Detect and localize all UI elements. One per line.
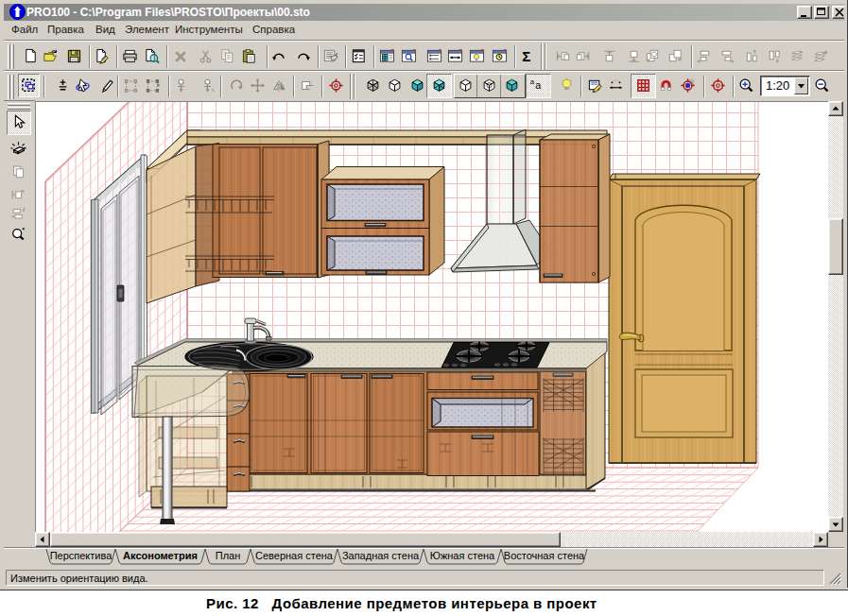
- svg-text:a: a: [530, 77, 535, 86]
- svg-text:a: a: [535, 79, 541, 91]
- svg-text:Σ: Σ: [522, 48, 530, 64]
